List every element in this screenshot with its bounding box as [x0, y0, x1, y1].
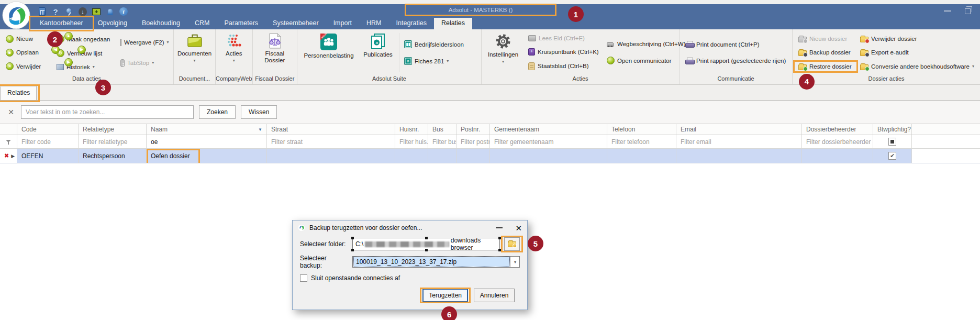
nieuw-button[interactable]: +Nieuw: [4, 35, 48, 43]
kruispuntbank-button[interactable]: +Kruispuntbank (Ctrl+K): [527, 48, 601, 56]
tabstop-button[interactable]: TabStop▾: [119, 59, 169, 68]
header-relatietype[interactable]: Relatietype: [79, 124, 147, 135]
restore-dossier-button[interactable]: Restore dossier 4: [797, 62, 854, 71]
conversie-button[interactable]: Conversie andere boekhoudsoftware▾: [859, 62, 976, 71]
tab-kantoorbeheer[interactable]: Kantoorbeheer 2: [32, 18, 91, 29]
cell-huisnr[interactable]: [395, 149, 428, 163]
checked-checkbox[interactable]: ✔: [888, 152, 896, 160]
cell-naam[interactable]: Oefen dossier: [147, 149, 267, 163]
tab-crm[interactable]: CRM: [187, 18, 217, 29]
browse-folder-button[interactable]: 5: [504, 237, 520, 251]
cell-btwplichtig[interactable]: ✔: [873, 149, 912, 163]
calculator-icon[interactable]: [39, 7, 46, 16]
tab-hrm[interactable]: HRM: [359, 18, 388, 29]
print-rapport-button[interactable]: Print rapport (geselecteerde rijen): [684, 57, 788, 65]
filter-naam[interactable]: oe: [147, 135, 267, 148]
info-icon[interactable]: i: [119, 7, 128, 16]
open-communicator-button[interactable]: Open communicator: [605, 56, 688, 65]
cell-relatietype[interactable]: Rechtspersoon: [79, 149, 147, 163]
filter-gemeentenaam[interactable]: Filter gemeentenaam: [490, 135, 607, 148]
filter-huisnr[interactable]: Filter huis...: [395, 135, 428, 148]
tab-relaties[interactable]: Relaties: [434, 18, 472, 29]
dialog-minimize-icon[interactable]: [496, 227, 503, 228]
nieuw-dossier-button[interactable]: Nieuw dossier: [797, 35, 854, 43]
cell-dossierbeheerder[interactable]: [802, 149, 873, 163]
cell-postnr[interactable]: [456, 149, 490, 163]
header-naam[interactable]: Naam▼: [147, 124, 267, 135]
filter-dossierbeheerder[interactable]: Filter dossierbeheerder: [802, 135, 873, 148]
indeterminate-checkbox[interactable]: [888, 138, 896, 146]
next-record-icon[interactable]: ▶: [77, 46, 86, 54]
verwijder-dossier-button[interactable]: Verwijder dossier: [859, 35, 976, 43]
acties-button[interactable]: Acties ▾: [222, 31, 245, 74]
dialog-title-bar[interactable]: Backup terugzetten voor dossier oefen...…: [293, 220, 527, 235]
folder-path-input[interactable]: C:\ downloads browser: [352, 238, 500, 250]
close-connections-option[interactable]: Sluit openstaande connecties af: [293, 271, 527, 282]
maak-ongedaan-button[interactable]: ↩Maak ongedaan: [55, 35, 113, 43]
pin-icon[interactable]: [66, 8, 72, 15]
cell-straat[interactable]: [267, 149, 395, 163]
cell-telefoon[interactable]: [607, 149, 676, 163]
header-gemeentenaam[interactable]: Gemeentenaam: [490, 124, 607, 135]
header-code[interactable]: Code: [17, 124, 79, 135]
instellingen-button[interactable]: Instellingen ▾: [484, 31, 522, 74]
backup-dossier-button[interactable]: Backup dossier: [797, 48, 854, 57]
doc-tab-relaties[interactable]: Relaties: [1, 86, 37, 100]
restore-icon[interactable]: [965, 8, 971, 14]
filter-straat[interactable]: Filter straat: [267, 135, 395, 148]
cell-email[interactable]: [676, 149, 802, 163]
header-btwplichtig[interactable]: Btwplichtig?: [873, 124, 912, 135]
wegbeschrijving-button[interactable]: Wegbeschrijving (Ctrl+W): [605, 40, 688, 48]
header-dossierbeheerder[interactable]: Dossierbeheerder: [802, 124, 873, 135]
backup-select[interactable]: 100019_13_10_2023_13_37_17.zip ▾: [352, 256, 520, 268]
zoeken-button[interactable]: Zoeken: [199, 105, 236, 119]
first-record-icon[interactable]: ▲: [64, 32, 73, 40]
cell-code[interactable]: OEFEN: [17, 149, 79, 163]
tab-integraties[interactable]: Integraties: [389, 18, 434, 29]
export-eaudit-button[interactable]: Export e-audit: [859, 48, 976, 57]
filter-email[interactable]: Filter email: [676, 135, 802, 148]
filter-postnr[interactable]: Filter postnr...: [456, 135, 490, 148]
table-row[interactable]: ✖▶ OEFEN Rechtspersoon Oefen dossier ✔: [0, 149, 980, 163]
fiches-281-button[interactable]: aFiches 281▾: [403, 57, 477, 65]
header-huisnr[interactable]: Huisnr.: [395, 124, 428, 135]
bedrijfsleidersloon-button[interactable]: ▮▮Bedrijfsleidersloon: [403, 40, 477, 49]
header-straat[interactable]: Straat: [267, 124, 395, 135]
tab-import[interactable]: Import: [326, 18, 359, 29]
wissen-button[interactable]: Wissen: [241, 105, 277, 119]
chevron-down-icon[interactable]: ▾: [510, 257, 519, 267]
verwijder-button[interactable]: ✕Verwijder: [4, 62, 48, 71]
header-postnr[interactable]: Postnr.: [456, 124, 490, 135]
unchecked-checkbox[interactable]: [300, 274, 307, 282]
weergave-button[interactable]: Weergave (F2)▾: [119, 38, 169, 47]
header-email[interactable]: Email: [676, 124, 802, 135]
tab-boekhouding[interactable]: Boekhouding: [135, 18, 187, 29]
tab-parameters[interactable]: Parameters: [217, 18, 265, 29]
filter-bus[interactable]: Filter bus: [428, 135, 456, 148]
historiek-button[interactable]: Historiek▾: [55, 63, 113, 71]
documenten-button[interactable]: Documenten ▾: [174, 31, 215, 74]
annuleren-button[interactable]: Annuleren: [474, 289, 515, 302]
close-search-icon[interactable]: ✕: [6, 108, 16, 116]
lees-eid-button[interactable]: Lees Eid (Ctrl+E): [527, 35, 601, 42]
print-document-button[interactable]: Print document (Ctrl+P): [684, 40, 788, 48]
staatsblad-button[interactable]: Staatsblad (Ctrl+B): [527, 62, 601, 71]
fiscaal-dossier-button[interactable]: Fiscaal Dossier: [255, 31, 295, 74]
tab-systeembeheer[interactable]: Systeembeheer: [265, 18, 326, 29]
dialog-close-icon[interactable]: ✕: [515, 224, 522, 232]
filter-code[interactable]: Filter code: [17, 135, 79, 148]
terugzetten-button[interactable]: Terugzetten 6: [422, 289, 468, 302]
publicaties-button[interactable]: a Publicaties: [358, 31, 398, 74]
filter-btwplichtig[interactable]: [873, 135, 912, 148]
search-input[interactable]: [21, 105, 194, 119]
cell-bus[interactable]: [428, 149, 456, 163]
filter-relatietype[interactable]: Filter relatietype: [79, 135, 147, 148]
sort-filter-icon[interactable]: ▼: [258, 127, 262, 132]
header-telefoon[interactable]: Telefoon: [607, 124, 676, 135]
filter-telefoon[interactable]: Filter telefoon: [607, 135, 676, 148]
help-icon[interactable]: ?: [51, 7, 60, 16]
minimize-icon[interactable]: [944, 10, 951, 12]
cell-gemeentenaam[interactable]: [490, 149, 607, 163]
tab-opvolging[interactable]: Opvolging: [91, 18, 135, 29]
header-bus[interactable]: Bus: [428, 124, 456, 135]
